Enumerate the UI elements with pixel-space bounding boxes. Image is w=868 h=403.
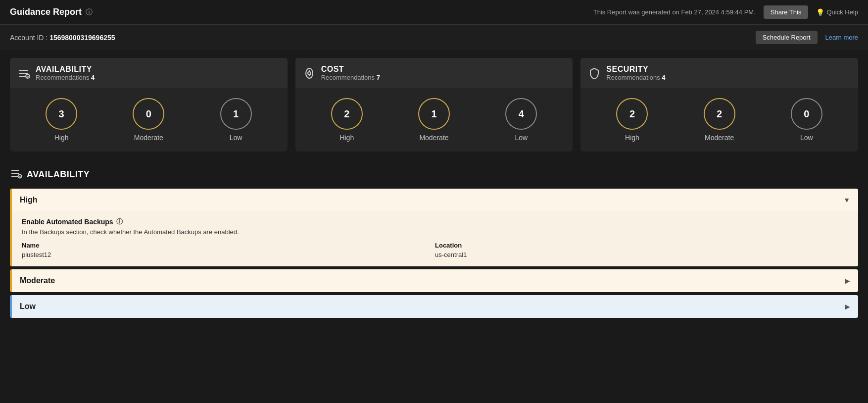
svg-point-4	[308, 72, 311, 75]
security-high: 2 High	[616, 98, 648, 142]
availability-high: 3 High	[46, 98, 77, 142]
top-bar: Guidance Report ⓘ This Report was genera…	[0, 0, 868, 25]
availability-low-circle: 1	[220, 98, 252, 130]
availability-card: AVAILABILITY Recommendations 4 3 High 0 …	[10, 58, 288, 151]
rec-cell-name: plustest12	[22, 251, 435, 258]
high-row-content: Enable Automated Backups ⓘ In the Backup…	[12, 211, 858, 266]
security-moderate: 2 Moderate	[704, 98, 735, 142]
security-card-body: 2 High 2 Moderate 0 Low	[580, 88, 858, 151]
summary-cards: AVAILABILITY Recommendations 4 3 High 0 …	[0, 50, 868, 159]
low-row-chevron: ▶	[845, 302, 850, 310]
bulb-icon: 💡	[816, 8, 824, 16]
high-row-header[interactable]: High ▼	[12, 189, 858, 211]
high-row: High ▼ Enable Automated Backups ⓘ In the…	[10, 189, 858, 266]
security-card: SECURITY Recommendations 4 2 High 2 Mode…	[580, 58, 858, 151]
info-icon[interactable]: ⓘ	[86, 8, 93, 17]
rec-name-text: Enable Automated Backups	[22, 218, 113, 226]
security-low-label: Low	[800, 134, 813, 142]
account-bar-right: Schedule Report Learn more	[756, 31, 858, 44]
moderate-row-header[interactable]: Moderate ▶	[12, 269, 858, 292]
rec-table-headers: Name Location	[22, 242, 848, 249]
generated-text: This Report was generated on Feb 27, 202…	[593, 8, 756, 16]
share-button[interactable]: Share This	[764, 5, 809, 19]
availability-low-label: Low	[230, 134, 242, 142]
security-low: 0 Low	[791, 98, 822, 142]
security-icon	[588, 67, 600, 79]
cost-icon	[303, 67, 315, 79]
availability-section: AVAILABILITY High ▼ Enable Automated Bac…	[0, 159, 868, 325]
availability-icon	[18, 67, 30, 79]
availability-high-circle: 3	[46, 98, 77, 130]
availability-low: 1 Low	[220, 98, 252, 142]
availability-moderate: 0 Moderate	[133, 98, 164, 142]
availability-card-body: 3 High 0 Moderate 1 Low	[10, 88, 288, 151]
rec-description: In the Backups section, check whether th…	[22, 228, 848, 236]
moderate-row-chevron: ▶	[845, 277, 850, 285]
availability-recs-count: 4	[91, 74, 95, 81]
moderate-row-title: Moderate	[20, 276, 55, 285]
security-title-area: SECURITY Recommendations 4	[606, 65, 665, 81]
cost-moderate: 1 Moderate	[418, 98, 450, 142]
cost-card-title: COST	[321, 65, 380, 74]
security-high-label: High	[625, 134, 639, 142]
security-high-circle: 2	[616, 98, 648, 130]
cost-recs: Recommendations 7	[321, 74, 380, 81]
account-id-value: 15698000319696255	[49, 34, 115, 42]
schedule-report-button[interactable]: Schedule Report	[756, 31, 818, 44]
cost-recs-count: 7	[377, 74, 380, 81]
cost-low-circle: 4	[505, 98, 537, 130]
security-recs: Recommendations 4	[606, 74, 665, 81]
cost-low-label: Low	[515, 134, 528, 142]
availability-card-header: AVAILABILITY Recommendations 4	[10, 58, 288, 88]
moderate-row: Moderate ▶	[10, 269, 858, 292]
cost-low: 4 Low	[505, 98, 537, 142]
rec-cell-location: us-central1	[435, 251, 848, 258]
top-bar-right: This Report was generated on Feb 27, 202…	[593, 5, 858, 19]
availability-recs: Recommendations 4	[36, 74, 95, 81]
cost-card-body: 2 High 1 Moderate 4 Low	[295, 88, 573, 151]
low-row-title: Low	[20, 302, 36, 311]
cost-moderate-circle: 1	[418, 98, 450, 130]
availability-section-icon	[10, 167, 22, 182]
security-moderate-circle: 2	[704, 98, 735, 130]
page-title: Guidance Report	[10, 7, 82, 17]
cost-high-label: High	[339, 134, 354, 142]
availability-card-title: AVAILABILITY	[36, 65, 95, 74]
availability-title-area: AVAILABILITY Recommendations 4	[36, 65, 95, 81]
security-moderate-label: Moderate	[705, 134, 734, 142]
cost-high-circle: 2	[331, 98, 363, 130]
high-row-chevron: ▼	[843, 196, 850, 204]
low-row: Low ▶	[10, 295, 858, 318]
rec-col-name: Name	[22, 242, 435, 249]
cost-moderate-label: Moderate	[419, 134, 448, 142]
cost-card-header: COST Recommendations 7	[295, 58, 573, 88]
availability-moderate-circle: 0	[133, 98, 164, 130]
availability-moderate-label: Moderate	[134, 134, 163, 142]
security-low-circle: 0	[791, 98, 822, 130]
rec-info-icon[interactable]: ⓘ	[116, 217, 123, 226]
availability-section-header: AVAILABILITY	[10, 167, 858, 182]
account-bar: Account ID : 15698000319696255 Schedule …	[0, 25, 868, 50]
rec-col-location: Location	[435, 242, 848, 249]
account-id-area: Account ID : 15698000319696255	[10, 34, 115, 42]
security-recs-count: 4	[662, 74, 665, 81]
account-id-prefix: Account ID :	[10, 34, 48, 42]
cost-title-area: COST Recommendations 7	[321, 65, 380, 81]
high-row-title: High	[20, 196, 38, 204]
cost-card: COST Recommendations 7 2 High 1 Moderate…	[295, 58, 573, 151]
low-row-header[interactable]: Low ▶	[12, 295, 858, 318]
rec-table-row: plustest12 us-central1	[22, 251, 848, 258]
availability-high-label: High	[54, 134, 69, 142]
security-card-title: SECURITY	[606, 65, 665, 74]
quick-help-button[interactable]: 💡 Quick Help	[816, 8, 858, 16]
availability-section-title: AVAILABILITY	[27, 169, 90, 180]
learn-more-link[interactable]: Learn more	[825, 34, 858, 41]
cost-high: 2 High	[331, 98, 363, 142]
rec-name: Enable Automated Backups ⓘ	[22, 217, 848, 226]
quick-help-label: Quick Help	[826, 8, 858, 16]
top-bar-left: Guidance Report ⓘ	[10, 7, 93, 17]
security-card-header: SECURITY Recommendations 4	[580, 58, 858, 88]
